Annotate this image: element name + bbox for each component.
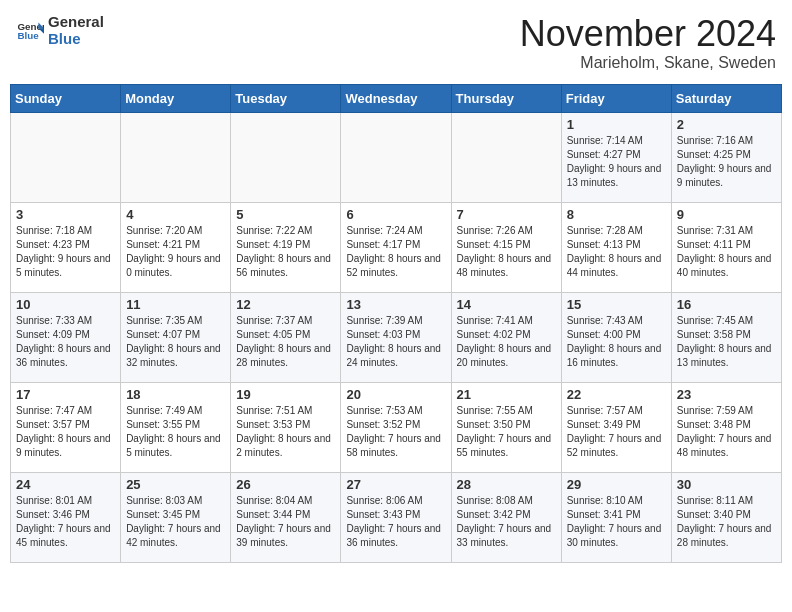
calendar-cell: 13Sunrise: 7:39 AMSunset: 4:03 PMDayligh…	[341, 292, 451, 382]
weekday-header-tuesday: Tuesday	[231, 84, 341, 112]
day-info: Sunrise: 7:59 AMSunset: 3:48 PMDaylight:…	[677, 404, 776, 460]
day-number: 14	[457, 297, 556, 312]
day-number: 18	[126, 387, 225, 402]
day-number: 8	[567, 207, 666, 222]
location-subtitle: Marieholm, Skane, Sweden	[520, 54, 776, 72]
day-info: Sunrise: 7:20 AMSunset: 4:21 PMDaylight:…	[126, 224, 225, 280]
day-number: 2	[677, 117, 776, 132]
day-info: Sunrise: 7:31 AMSunset: 4:11 PMDaylight:…	[677, 224, 776, 280]
calendar-cell: 4Sunrise: 7:20 AMSunset: 4:21 PMDaylight…	[121, 202, 231, 292]
calendar-cell: 30Sunrise: 8:11 AMSunset: 3:40 PMDayligh…	[671, 472, 781, 562]
calendar-cell: 20Sunrise: 7:53 AMSunset: 3:52 PMDayligh…	[341, 382, 451, 472]
day-info: Sunrise: 7:41 AMSunset: 4:02 PMDaylight:…	[457, 314, 556, 370]
calendar-week-2: 3Sunrise: 7:18 AMSunset: 4:23 PMDaylight…	[11, 202, 782, 292]
calendar-cell: 23Sunrise: 7:59 AMSunset: 3:48 PMDayligh…	[671, 382, 781, 472]
calendar-body: 1Sunrise: 7:14 AMSunset: 4:27 PMDaylight…	[11, 112, 782, 562]
calendar-cell: 24Sunrise: 8:01 AMSunset: 3:46 PMDayligh…	[11, 472, 121, 562]
day-info: Sunrise: 8:03 AMSunset: 3:45 PMDaylight:…	[126, 494, 225, 550]
calendar-cell: 6Sunrise: 7:24 AMSunset: 4:17 PMDaylight…	[341, 202, 451, 292]
calendar-cell: 2Sunrise: 7:16 AMSunset: 4:25 PMDaylight…	[671, 112, 781, 202]
day-number: 4	[126, 207, 225, 222]
day-info: Sunrise: 7:18 AMSunset: 4:23 PMDaylight:…	[16, 224, 115, 280]
calendar-cell: 15Sunrise: 7:43 AMSunset: 4:00 PMDayligh…	[561, 292, 671, 382]
calendar-cell: 19Sunrise: 7:51 AMSunset: 3:53 PMDayligh…	[231, 382, 341, 472]
day-number: 25	[126, 477, 225, 492]
weekday-header-thursday: Thursday	[451, 84, 561, 112]
day-info: Sunrise: 7:47 AMSunset: 3:57 PMDaylight:…	[16, 404, 115, 460]
weekday-header-row: SundayMondayTuesdayWednesdayThursdayFrid…	[11, 84, 782, 112]
calendar-cell: 14Sunrise: 7:41 AMSunset: 4:02 PMDayligh…	[451, 292, 561, 382]
calendar-cell: 9Sunrise: 7:31 AMSunset: 4:11 PMDaylight…	[671, 202, 781, 292]
day-number: 10	[16, 297, 115, 312]
day-info: Sunrise: 7:22 AMSunset: 4:19 PMDaylight:…	[236, 224, 335, 280]
calendar-cell: 17Sunrise: 7:47 AMSunset: 3:57 PMDayligh…	[11, 382, 121, 472]
calendar-cell: 26Sunrise: 8:04 AMSunset: 3:44 PMDayligh…	[231, 472, 341, 562]
day-info: Sunrise: 7:33 AMSunset: 4:09 PMDaylight:…	[16, 314, 115, 370]
day-number: 1	[567, 117, 666, 132]
day-number: 5	[236, 207, 335, 222]
day-number: 16	[677, 297, 776, 312]
day-number: 12	[236, 297, 335, 312]
day-info: Sunrise: 8:01 AMSunset: 3:46 PMDaylight:…	[16, 494, 115, 550]
month-title: November 2024	[520, 14, 776, 54]
day-number: 27	[346, 477, 445, 492]
day-info: Sunrise: 7:43 AMSunset: 4:00 PMDaylight:…	[567, 314, 666, 370]
day-number: 22	[567, 387, 666, 402]
weekday-header-saturday: Saturday	[671, 84, 781, 112]
calendar-cell: 16Sunrise: 7:45 AMSunset: 3:58 PMDayligh…	[671, 292, 781, 382]
day-number: 24	[16, 477, 115, 492]
day-info: Sunrise: 8:11 AMSunset: 3:40 PMDaylight:…	[677, 494, 776, 550]
calendar-cell: 27Sunrise: 8:06 AMSunset: 3:43 PMDayligh…	[341, 472, 451, 562]
day-info: Sunrise: 7:37 AMSunset: 4:05 PMDaylight:…	[236, 314, 335, 370]
calendar-week-1: 1Sunrise: 7:14 AMSunset: 4:27 PMDaylight…	[11, 112, 782, 202]
day-info: Sunrise: 8:04 AMSunset: 3:44 PMDaylight:…	[236, 494, 335, 550]
title-block: November 2024 Marieholm, Skane, Sweden	[520, 14, 776, 72]
day-number: 7	[457, 207, 556, 222]
calendar-cell: 7Sunrise: 7:26 AMSunset: 4:15 PMDaylight…	[451, 202, 561, 292]
day-info: Sunrise: 8:08 AMSunset: 3:42 PMDaylight:…	[457, 494, 556, 550]
weekday-header-friday: Friday	[561, 84, 671, 112]
calendar-cell: 12Sunrise: 7:37 AMSunset: 4:05 PMDayligh…	[231, 292, 341, 382]
day-info: Sunrise: 7:55 AMSunset: 3:50 PMDaylight:…	[457, 404, 556, 460]
logo-line1: General	[48, 14, 104, 31]
day-info: Sunrise: 8:06 AMSunset: 3:43 PMDaylight:…	[346, 494, 445, 550]
day-info: Sunrise: 7:26 AMSunset: 4:15 PMDaylight:…	[457, 224, 556, 280]
day-number: 3	[16, 207, 115, 222]
day-number: 30	[677, 477, 776, 492]
day-info: Sunrise: 7:24 AMSunset: 4:17 PMDaylight:…	[346, 224, 445, 280]
calendar-cell: 10Sunrise: 7:33 AMSunset: 4:09 PMDayligh…	[11, 292, 121, 382]
calendar-cell: 8Sunrise: 7:28 AMSunset: 4:13 PMDaylight…	[561, 202, 671, 292]
calendar-week-4: 17Sunrise: 7:47 AMSunset: 3:57 PMDayligh…	[11, 382, 782, 472]
day-info: Sunrise: 7:14 AMSunset: 4:27 PMDaylight:…	[567, 134, 666, 190]
day-info: Sunrise: 7:57 AMSunset: 3:49 PMDaylight:…	[567, 404, 666, 460]
logo-line2: Blue	[48, 31, 104, 48]
day-number: 6	[346, 207, 445, 222]
day-number: 19	[236, 387, 335, 402]
day-info: Sunrise: 7:51 AMSunset: 3:53 PMDaylight:…	[236, 404, 335, 460]
calendar-week-5: 24Sunrise: 8:01 AMSunset: 3:46 PMDayligh…	[11, 472, 782, 562]
weekday-header-wednesday: Wednesday	[341, 84, 451, 112]
day-number: 17	[16, 387, 115, 402]
calendar-cell	[451, 112, 561, 202]
day-info: Sunrise: 8:10 AMSunset: 3:41 PMDaylight:…	[567, 494, 666, 550]
day-number: 11	[126, 297, 225, 312]
calendar-week-3: 10Sunrise: 7:33 AMSunset: 4:09 PMDayligh…	[11, 292, 782, 382]
calendar-cell: 21Sunrise: 7:55 AMSunset: 3:50 PMDayligh…	[451, 382, 561, 472]
weekday-header-monday: Monday	[121, 84, 231, 112]
day-number: 21	[457, 387, 556, 402]
calendar-cell: 1Sunrise: 7:14 AMSunset: 4:27 PMDaylight…	[561, 112, 671, 202]
calendar-table: SundayMondayTuesdayWednesdayThursdayFrid…	[10, 84, 782, 563]
day-number: 26	[236, 477, 335, 492]
calendar-cell: 11Sunrise: 7:35 AMSunset: 4:07 PMDayligh…	[121, 292, 231, 382]
calendar-cell: 5Sunrise: 7:22 AMSunset: 4:19 PMDaylight…	[231, 202, 341, 292]
logo-icon: General Blue	[16, 17, 44, 45]
calendar-header: SundayMondayTuesdayWednesdayThursdayFrid…	[11, 84, 782, 112]
calendar-cell: 25Sunrise: 8:03 AMSunset: 3:45 PMDayligh…	[121, 472, 231, 562]
day-number: 15	[567, 297, 666, 312]
calendar-cell: 29Sunrise: 8:10 AMSunset: 3:41 PMDayligh…	[561, 472, 671, 562]
logo: General Blue General Blue	[16, 14, 104, 47]
day-info: Sunrise: 7:35 AMSunset: 4:07 PMDaylight:…	[126, 314, 225, 370]
day-number: 20	[346, 387, 445, 402]
day-number: 13	[346, 297, 445, 312]
calendar-cell	[341, 112, 451, 202]
